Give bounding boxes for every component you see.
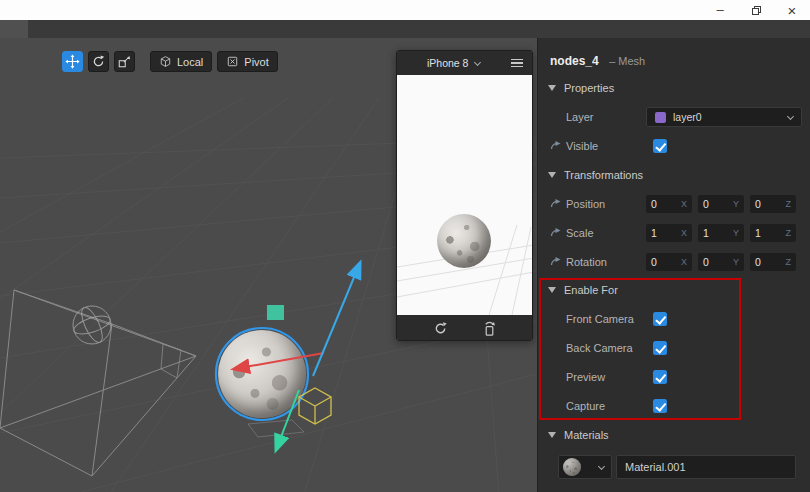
section-label: Transformations [564, 169, 643, 181]
node-name: nodes_4 [550, 54, 599, 68]
chevron-down-icon [787, 112, 794, 119]
preview-panel: iPhone 8 [396, 50, 533, 341]
position-z-field[interactable]: 0Z [750, 195, 796, 213]
pivot-button[interactable]: Pivot [217, 51, 277, 72]
layer-value: layer0 [673, 111, 788, 123]
scale-label: Scale [566, 227, 594, 239]
position-y-field[interactable]: 0Y [698, 195, 744, 213]
visible-row: Visible [538, 136, 810, 156]
rotation-x-field[interactable]: 0X [646, 253, 692, 271]
close-button[interactable]: × [774, 0, 810, 20]
device-selector[interactable]: iPhone 8 [427, 57, 480, 69]
close-icon: × [788, 2, 797, 19]
rotate-icon [91, 54, 106, 69]
section-label: Materials [564, 429, 609, 441]
viewport-3d[interactable]: Local Pivot iPhone 8 [0, 38, 537, 492]
move-tool-button[interactable] [62, 51, 83, 72]
property-arrow-icon[interactable] [550, 227, 561, 238]
layer-color-swatch [655, 112, 666, 123]
selection-outline [216, 328, 308, 420]
layer-select[interactable]: layer0 [646, 107, 802, 127]
scale-y-field[interactable]: 1Y [698, 224, 744, 242]
local-space-button[interactable]: Local [150, 51, 212, 72]
visible-checkbox[interactable] [653, 139, 667, 153]
viewport-toolbar: Local Pivot [62, 51, 278, 72]
scale-row: Scale 1X 1Y 1Z [538, 223, 810, 243]
collapse-triangle-icon [548, 85, 556, 91]
material-moon-thumbnail [563, 458, 581, 476]
pivot-label: Pivot [244, 56, 268, 68]
rotation-label: Rotation [566, 256, 607, 268]
preview-footer [397, 315, 532, 341]
local-space-label: Local [177, 56, 203, 68]
gizmo-x-axis-arrow [234, 353, 324, 369]
gizmo-y-axis-arrow [313, 263, 360, 376]
section-label: Enable For [564, 284, 618, 296]
scale-x-field[interactable]: 1X [646, 224, 692, 242]
rotate-tool-button[interactable] [88, 51, 109, 72]
position-label: Position [566, 198, 605, 210]
chevron-down-icon [474, 58, 481, 65]
reset-preview-icon[interactable] [433, 321, 448, 336]
device-name: iPhone 8 [427, 57, 468, 69]
layer-row: Layer layer0 [538, 107, 810, 127]
position-row: Position 0X 0Y 0Z [538, 194, 810, 214]
preview-checkbox[interactable] [653, 370, 667, 384]
preview-header: iPhone 8 [397, 51, 532, 75]
material-name-field[interactable]: Material.001 [616, 455, 796, 479]
inspector-header: nodes_4 – Mesh [550, 51, 645, 69]
capture-label: Capture [566, 400, 605, 412]
capture-row: Capture [538, 396, 810, 416]
menu-icon[interactable] [511, 59, 523, 68]
strip-tab[interactable] [0, 20, 28, 38]
section-label: Properties [564, 82, 614, 94]
window-titlebar: – × [0, 0, 810, 20]
minimize-button[interactable]: – [702, 0, 738, 20]
preview-grid [397, 75, 532, 315]
pivot-icon [226, 55, 239, 68]
front-camera-checkbox[interactable] [653, 312, 667, 326]
rotate-device-icon[interactable] [482, 321, 497, 336]
cube-icon [159, 55, 172, 68]
section-header-enable-for[interactable]: Enable For [538, 280, 810, 300]
plane-handle [267, 305, 284, 320]
app-window: – × [0, 0, 810, 492]
material-thumbnail-select[interactable] [558, 455, 612, 479]
scale-icon [117, 54, 132, 69]
back-camera-row: Back Camera [538, 338, 810, 358]
maximize-button[interactable] [738, 0, 774, 20]
material-row: Material.001 [538, 455, 810, 479]
restore-icon [751, 5, 762, 16]
rotation-z-field[interactable]: 0Z [750, 253, 796, 271]
front-camera-row: Front Camera [538, 309, 810, 329]
section-header-properties[interactable]: Properties [538, 78, 810, 98]
property-arrow-icon[interactable] [550, 198, 561, 209]
property-arrow-icon[interactable] [550, 140, 561, 151]
minimize-icon: – [716, 5, 723, 15]
preview-enable-label: Preview [566, 371, 605, 383]
collapse-triangle-icon [548, 432, 556, 438]
position-x-field[interactable]: 0X [646, 195, 692, 213]
node-type: – Mesh [609, 55, 645, 67]
preview-moon [437, 214, 491, 268]
scale-tool-button[interactable] [114, 51, 135, 72]
section-header-materials[interactable]: Materials [538, 425, 810, 445]
gizmo-z-axis-arrow [276, 390, 299, 450]
collapse-triangle-icon [548, 172, 556, 178]
rotation-row: Rotation 0X 0Y 0Z [538, 252, 810, 272]
visible-label: Visible [566, 140, 598, 152]
front-camera-label: Front Camera [566, 313, 634, 325]
preview-screen [397, 75, 532, 315]
layer-label: Layer [566, 111, 594, 123]
inspector-panel: nodes_4 – Mesh Properties Layer layer0 V… [537, 38, 810, 492]
section-header-transformations[interactable]: Transformations [538, 165, 810, 185]
back-camera-checkbox[interactable] [653, 341, 667, 355]
capture-checkbox[interactable] [653, 399, 667, 413]
rotation-y-field[interactable]: 0Y [698, 253, 744, 271]
property-arrow-icon[interactable] [550, 256, 561, 267]
preview-enable-row: Preview [538, 367, 810, 387]
scale-z-field[interactable]: 1Z [750, 224, 796, 242]
collapse-triangle-icon [548, 287, 556, 293]
top-strip [0, 20, 810, 38]
back-camera-label: Back Camera [566, 342, 633, 354]
